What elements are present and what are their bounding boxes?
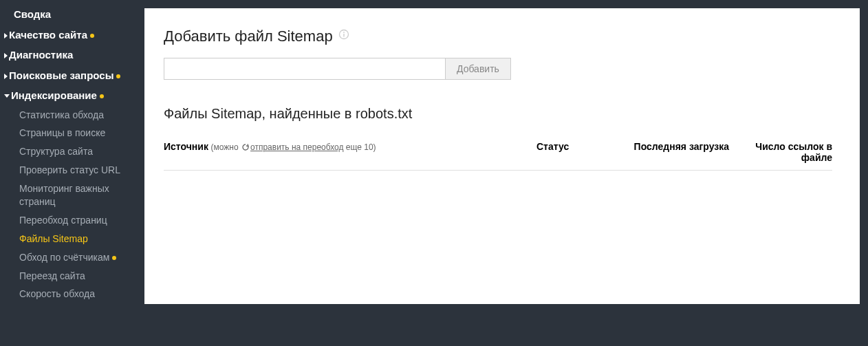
subnav-site-structure[interactable]: Структура сайта [15,142,144,161]
subnav-moving[interactable]: Переезд сайта [15,267,144,285]
nav-quality[interactable]: Качество сайта [0,25,144,45]
col-source: Источник (можно отправить на переобход е… [164,141,536,163]
subnav-indexing: Статистика обхода Страницы в поиске Стру… [0,106,144,304]
col-source-label: Источник [164,141,208,152]
info-icon[interactable] [338,29,349,40]
robots-sitemaps-heading: Файлы Sitemap, найденные в robots.txt [164,106,832,122]
subnav-crawl-speed[interactable]: Скорость обхода [15,285,144,303]
status-dot-icon [116,74,120,78]
main-wrap: Добавить файл Sitemap Добавить Файлы Sit… [144,0,868,346]
sidebar: Сводка Качество сайта Диагностика Поиско… [0,0,144,346]
chevron-right-icon [4,33,8,39]
add-sitemap-form: Добавить [164,58,832,80]
nav-indexing[interactable]: Индексирование [0,85,144,106]
subnav-crawl-stats[interactable]: Статистика обхода [15,106,144,125]
svg-point-1 [343,32,345,33]
subnav-check-url[interactable]: Проверить статус URL [15,161,144,180]
nav-label: Индексирование [11,89,97,101]
meta-prefix: (можно [211,142,241,152]
nav-label: Поисковые запросы [9,69,113,81]
meta-suffix: еще 10) [344,142,376,152]
chevron-right-icon [4,53,8,58]
nav-diagnostics[interactable]: Диагностика [0,45,144,65]
subnav-label: Обход по счётчикам [19,252,109,263]
status-dot-icon [112,256,116,260]
subnav-monitoring[interactable]: Мониторинг важных страниц [15,180,144,211]
col-status: Статус [536,141,633,163]
table-header: Источник (можно отправить на переобход е… [164,141,832,171]
svg-rect-2 [343,34,344,37]
status-dot-icon [100,94,104,98]
col-count: Число ссылок в файле [729,141,832,163]
nav-label: Диагностика [9,48,73,62]
refresh-icon [241,143,250,151]
nav-label: Сводка [14,8,51,21]
recrawl-link[interactable]: отправить на переобход [250,142,344,152]
chevron-right-icon [4,74,8,79]
add-sitemap-heading: Добавить файл Sitemap [164,28,832,45]
subnav-sitemaps[interactable]: Файлы Sitemap [15,230,144,248]
subnav-counters[interactable]: Обход по счётчикам [15,248,144,267]
main-content: Добавить файл Sitemap Добавить Файлы Sit… [144,8,860,304]
add-button[interactable]: Добавить [445,58,511,80]
heading-text: Добавить файл Sitemap [164,28,333,45]
subnav-pages-search[interactable]: Страницы в поиске [15,124,144,142]
sitemap-url-input[interactable] [164,58,446,80]
source-meta: (можно отправить на переобход еще 10) [211,142,376,152]
chevron-down-icon [4,94,10,98]
subnav-recrawl[interactable]: Переобход страниц [15,211,144,230]
nav-summary[interactable]: Сводка [0,4,144,25]
nav-label: Качество сайта [9,29,87,41]
nav-queries[interactable]: Поисковые запросы [0,65,144,86]
col-date: Последняя загрузка [633,141,729,163]
status-dot-icon [90,34,94,38]
